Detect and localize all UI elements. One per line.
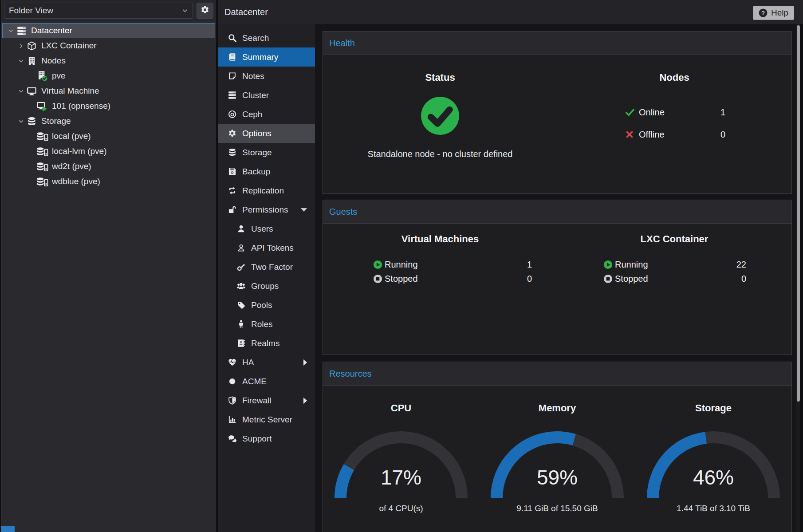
guests-panel-title: Guests: [329, 207, 357, 217]
menu-item-support[interactable]: Support: [218, 429, 315, 448]
menu-item-pools[interactable]: Pools: [218, 296, 315, 315]
guests-vm-column: Virtual Machines Running 1 Stopped 0: [323, 224, 557, 355]
menu-item-label: Storage: [242, 148, 272, 158]
status-text: Standalone node - no cluster defined: [323, 149, 557, 159]
tree-item-virtual-machine[interactable]: Virtual Machine: [1, 83, 216, 99]
memory-gauge-column: Memory 59% 9.11 GiB of 15.50 GiB: [479, 386, 635, 532]
menu-item-summary[interactable]: Summary: [218, 47, 315, 67]
menu-item-users[interactable]: Users: [218, 219, 315, 238]
menu-item-label: Cluster: [242, 91, 269, 100]
nodes-online-row: Online 1: [626, 105, 725, 120]
desktop-icon: [25, 87, 38, 96]
tree-item-lxc-container[interactable]: LXC Container: [1, 38, 216, 53]
nodes-offline-label: Offline: [639, 130, 664, 140]
menu-item-api-tokens[interactable]: API Tokens: [218, 238, 315, 257]
seal-icon: [227, 377, 237, 386]
vm-running-value: 1: [527, 260, 532, 270]
shield-icon: [227, 396, 237, 405]
menu-item-storage[interactable]: Storage: [218, 143, 315, 162]
nodes-offline-value: 0: [720, 130, 725, 140]
lxc-heading: LXC Container: [557, 233, 791, 245]
summary-content: Health Status Standalone node - no clust…: [315, 24, 803, 532]
stop-circle-icon: [603, 274, 615, 284]
tree-item-label: Datacenter: [31, 26, 72, 35]
search-icon: [227, 34, 237, 42]
menu-item-two-factor[interactable]: Two Factor: [218, 257, 315, 276]
play-circle-icon: [373, 260, 385, 269]
address-book-icon: [236, 339, 246, 347]
lxc-running-row: Running 22: [603, 257, 746, 272]
scrollbar-thumb[interactable]: [797, 25, 800, 402]
resources-panel-header: Resources: [323, 362, 791, 386]
menu-item-replication[interactable]: Replication: [218, 181, 315, 200]
menu-item-ceph[interactable]: Ceph: [218, 105, 315, 124]
key-icon: [236, 263, 246, 271]
tree-item-label: Storage: [41, 116, 71, 126]
chevron-right-icon[interactable]: [16, 43, 25, 49]
lxc-running-value: 22: [736, 260, 746, 270]
person-icon: [236, 320, 246, 328]
storage-icon: [36, 147, 48, 156]
tree-item-label: pve: [52, 71, 66, 81]
chevron-down-icon[interactable]: [6, 28, 15, 34]
storage-icon: [36, 162, 48, 171]
tree-item-label: local (pve): [52, 131, 91, 141]
node-online-icon: [36, 71, 48, 81]
menu-item-backup[interactable]: Backup: [218, 162, 315, 181]
tree-item-datacenter[interactable]: Datacenter: [2, 23, 215, 38]
menu-item-options[interactable]: Options: [218, 124, 315, 143]
storage-icon: [36, 177, 48, 186]
storage-gauge-column: Storage 46% 1.44 TiB of 3.10 TiB: [635, 386, 791, 532]
cpu-percent: 17%: [323, 465, 479, 489]
storage-icon: [36, 132, 48, 141]
help-button[interactable]: Help: [753, 6, 794, 20]
menu-item-roles[interactable]: Roles: [218, 315, 315, 334]
cube-icon: [25, 41, 38, 51]
tree-item-pve[interactable]: pve: [1, 68, 216, 83]
menu-item-label: Replication: [242, 186, 284, 196]
tree-item-vm-101[interactable]: 101 (opnsense): [1, 99, 216, 114]
memory-heading: Memory: [479, 402, 635, 414]
chevron-down-icon[interactable]: [16, 88, 25, 94]
tree-item-storage-wd2t[interactable]: wd2t (pve): [1, 159, 216, 174]
user-icon: [236, 225, 246, 233]
menu-item-ha[interactable]: HA: [218, 353, 315, 372]
cpu-subtext: of 4 CPU(s): [323, 504, 479, 513]
gear-icon: [227, 129, 237, 138]
menu-item-search[interactable]: Search: [218, 28, 315, 47]
menu-item-metric-server[interactable]: Metric Server: [218, 410, 315, 429]
tree-item-storage-wdblue[interactable]: wdblue (pve): [1, 174, 216, 189]
menu-item-acme[interactable]: ACME: [218, 372, 315, 391]
gear-icon: [201, 5, 209, 16]
user-outline-icon: [236, 244, 246, 252]
menu-item-label: Users: [251, 224, 273, 234]
menu-item-firewall[interactable]: Firewall: [218, 391, 315, 410]
tree-item-storage-local[interactable]: local (pve): [1, 129, 216, 144]
chevron-down-icon[interactable]: [16, 58, 25, 64]
menu-item-notes[interactable]: Notes: [218, 67, 315, 86]
memory-subtext: 9.11 GiB of 15.50 GiB: [479, 504, 635, 513]
menu-item-label: API Tokens: [251, 243, 294, 253]
menu-item-cluster[interactable]: Cluster: [218, 86, 315, 105]
menu-item-realms[interactable]: Realms: [218, 334, 315, 353]
caret-down-icon: [301, 208, 307, 212]
tree-item-storage[interactable]: Storage: [1, 114, 216, 129]
guests-panel: Guests Virtual Machines Running 1: [323, 200, 792, 355]
status-heading: Status: [323, 72, 557, 83]
chevron-down-icon[interactable]: [16, 118, 25, 124]
tree-toolbar: Folder View: [1, 0, 216, 21]
lxc-stopped-row: Stopped 0: [603, 272, 746, 286]
nodes-offline-row: Offline 0: [626, 127, 725, 142]
content-scrollbar[interactable]: [796, 24, 800, 532]
server-icon: [227, 91, 237, 99]
menu-item-permissions[interactable]: Permissions: [218, 200, 315, 219]
tree-item-label: local-lvm (pve): [52, 146, 107, 156]
tree-item-storage-local-lvm[interactable]: local-lvm (pve): [1, 144, 216, 159]
memory-percent: 59%: [479, 465, 635, 489]
tree-item-nodes[interactable]: Nodes: [1, 53, 216, 68]
storage-subtext: 1.44 TiB of 3.10 TiB: [635, 504, 791, 513]
tree-settings-button[interactable]: [197, 3, 213, 19]
view-mode-select[interactable]: Folder View: [4, 3, 193, 19]
menu-item-groups[interactable]: Groups: [218, 276, 315, 296]
nodes-heading: Nodes: [557, 72, 791, 83]
